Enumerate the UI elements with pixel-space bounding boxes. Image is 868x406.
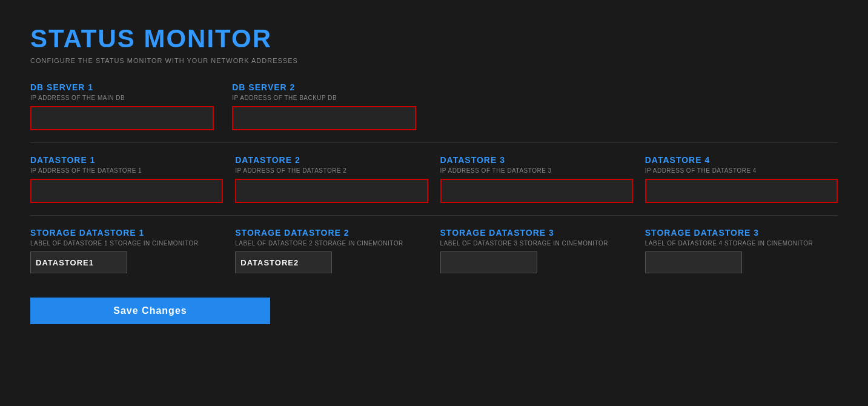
storage-datastore-3-label: STORAGE DATASTORE 3 (440, 228, 633, 238)
db-server-2-sublabel: IP ADDRESS OF THE BACKUP DB (232, 95, 416, 101)
datastore-2-label: DATASTORE 2 (235, 155, 428, 165)
divider-1 (30, 142, 838, 143)
storage-datastore-3-sublabel: LABEL OF DATASTORE 3 STORAGE IN CINEMONI… (440, 240, 633, 247)
datastore-4-group: DATASTORE 4 IP ADDRESS OF THE DATASTORE … (645, 155, 838, 203)
db-server-1-input[interactable] (30, 106, 214, 130)
db-server-2-label: DB SERVER 2 (232, 82, 416, 92)
storage-datastore-3-group: STORAGE DATASTORE 3 LABEL OF DATASTORE 3… (440, 228, 645, 273)
storage-datastore-2-label: STORAGE DATASTORE 2 (235, 228, 428, 238)
db-server-2-group: DB SERVER 2 IP ADDRESS OF THE BACKUP DB (232, 82, 434, 130)
datastore-2-input[interactable] (235, 179, 428, 203)
datastores-section: DATASTORE 1 IP ADDRESS OF THE DATASTORE … (30, 155, 838, 203)
storage-datastore-4-input[interactable] (645, 251, 742, 273)
save-button[interactable]: Save Changes (30, 298, 270, 324)
datastore-3-input[interactable] (440, 179, 633, 203)
db-servers-section: DB SERVER 1 IP ADDRESS OF THE MAIN DB DB… (30, 82, 838, 130)
storage-datastore-1-sublabel: LABEL OF DATASTORE 1 STORAGE IN CINEMONI… (30, 240, 223, 247)
db-server-1-group: DB SERVER 1 IP ADDRESS OF THE MAIN DB (30, 82, 232, 130)
datastore-2-group: DATASTORE 2 IP ADDRESS OF THE DATASTORE … (235, 155, 440, 203)
storage-datastore-1-input[interactable] (30, 251, 127, 273)
storage-datastore-2-sublabel: LABEL OF DATASTORE 2 STORAGE IN CINEMONI… (235, 240, 428, 247)
datastore-3-group: DATASTORE 3 IP ADDRESS OF THE DATASTORE … (440, 155, 645, 203)
db-server-2-input[interactable] (232, 106, 416, 130)
datastore-1-sublabel: IP ADDRESS OF THE DATASTORE 1 (30, 167, 223, 174)
storage-datastore-1-group: STORAGE DATASTORE 1 LABEL OF DATASTORE 1… (30, 228, 235, 273)
datastore-4-input[interactable] (645, 179, 838, 203)
storage-datastore-4-sublabel: LABEL OF DATASTORE 4 STORAGE IN CINEMONI… (645, 240, 838, 247)
storage-datastores-section: STORAGE DATASTORE 1 LABEL OF DATASTORE 1… (30, 228, 838, 273)
datastore-4-sublabel: IP ADDRESS OF THE DATASTORE 4 (645, 167, 838, 174)
divider-2 (30, 215, 838, 216)
db-server-1-label: DB SERVER 1 (30, 82, 214, 92)
storage-datastore-4-label: STORAGE DATASTORE 3 (645, 228, 838, 238)
datastore-3-label: DATASTORE 3 (440, 155, 633, 165)
datastore-1-group: DATASTORE 1 IP ADDRESS OF THE DATASTORE … (30, 155, 235, 203)
datastore-2-sublabel: IP ADDRESS OF THE DATASTORE 2 (235, 167, 428, 174)
datastore-1-input[interactable] (30, 179, 223, 203)
db-server-1-sublabel: IP ADDRESS OF THE MAIN DB (30, 95, 214, 101)
storage-datastore-2-input[interactable] (235, 251, 332, 273)
storage-datastore-2-group: STORAGE DATASTORE 2 LABEL OF DATASTORE 2… (235, 228, 440, 273)
datastore-1-label: DATASTORE 1 (30, 155, 223, 165)
page-title: STATUS MONITOR (30, 24, 838, 53)
datastore-3-sublabel: IP ADDRESS OF THE DATASTORE 3 (440, 167, 633, 174)
storage-datastore-1-label: STORAGE DATASTORE 1 (30, 228, 223, 238)
storage-datastore-4-group: STORAGE DATASTORE 3 LABEL OF DATASTORE 4… (645, 228, 838, 273)
storage-datastore-3-input[interactable] (440, 251, 537, 273)
datastore-4-label: DATASTORE 4 (645, 155, 838, 165)
page-subtitle: CONFIGURE THE STATUS MONITOR WITH YOUR N… (30, 57, 838, 64)
